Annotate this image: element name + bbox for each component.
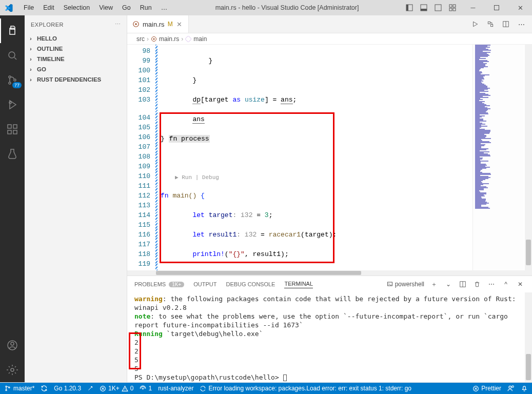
maximize-button[interactable] [485, 0, 508, 15]
status-feedback-icon[interactable] [507, 385, 515, 392]
explorer-activity-icon[interactable] [0, 18, 25, 43]
run-file-icon[interactable] [469, 18, 481, 30]
status-branch[interactable]: master* [4, 385, 34, 392]
svg-point-20 [11, 342, 14, 345]
svg-rect-6 [453, 5, 456, 7]
status-bar: master* Go 1.20.3 1K+ 0 1 rust-analyzer … [0, 383, 532, 394]
close-panel-icon[interactable]: ✕ [516, 280, 525, 289]
toggle-primary-sidebar-icon[interactable] [403, 1, 416, 14]
status-go-status-icon[interactable] [87, 385, 93, 391]
problems-badge: 1K+ [169, 282, 184, 287]
source-control-activity-icon[interactable]: 77 [0, 68, 25, 92]
svg-rect-16 [13, 125, 17, 128]
status-prettier[interactable]: Prettier [472, 385, 501, 392]
svg-rect-29 [185, 36, 191, 42]
scrollbar-thumb[interactable] [526, 354, 531, 380]
debug-activity-icon[interactable] [0, 92, 25, 117]
menu-run[interactable]: Run [136, 2, 156, 13]
status-notifications-icon[interactable] [521, 385, 528, 392]
svg-rect-15 [8, 125, 11, 128]
panel-tab-problems[interactable]: PROBLEMS1K+ [134, 281, 184, 287]
tab-close-icon[interactable]: ✕ [176, 21, 183, 28]
status-sync-icon[interactable] [41, 385, 48, 392]
horizontal-scrollbar[interactable] [127, 270, 532, 275]
split-editor-icon[interactable] [500, 18, 511, 30]
svg-rect-17 [8, 130, 11, 134]
section-rust-deps[interactable]: ›RUST DEPENDENCIES [25, 74, 127, 85]
tab-modified-badge: M [168, 21, 173, 28]
scrollbar-thumb[interactable] [526, 240, 531, 265]
status-port-forward[interactable]: 1 [140, 385, 152, 392]
svg-rect-30 [388, 282, 392, 286]
title-bar: File Edit Selection View Go Run … main.r… [0, 0, 532, 15]
terminal-prompt[interactable]: PS D:\mysetup\gopath\rustcode\hello> [134, 373, 525, 382]
svg-rect-25 [491, 25, 493, 27]
terminal-scrollbar[interactable] [525, 292, 532, 382]
panel-more-icon[interactable]: ⋯ [487, 280, 496, 289]
menu-view[interactable]: View [95, 2, 117, 13]
testing-activity-icon[interactable] [0, 142, 25, 166]
breadcrumb-src[interactable]: src [136, 35, 145, 43]
panel-tab-terminal[interactable]: TERMINAL [284, 281, 313, 288]
panel-tab-output[interactable]: OUTPUT [193, 281, 216, 287]
vertical-scrollbar[interactable] [525, 45, 532, 270]
kill-terminal-icon[interactable] [472, 280, 482, 289]
window-title: main.rs - hello - Visual Studio Code [Ad… [171, 4, 403, 11]
editor-area[interactable]: 98 99 100 101 102 103 104 105 106 107 10… [127, 45, 532, 270]
terminal-output: 2 [134, 338, 525, 347]
tab-filename: main.rs [143, 21, 165, 28]
section-timeline[interactable]: ›TIMELINE [25, 54, 127, 64]
minimize-button[interactable]: ─ [461, 0, 485, 15]
terminal-shell-label[interactable]: powershell [387, 281, 424, 288]
section-outline[interactable]: ›OUTLINE [25, 44, 127, 54]
panel-tab-debug[interactable]: DEBUG CONSOLE [226, 281, 275, 287]
sidebar-more-icon[interactable]: ⋯ [115, 21, 121, 28]
menu-file[interactable]: File [19, 2, 38, 13]
svg-point-32 [6, 386, 7, 387]
svg-point-10 [9, 52, 15, 58]
close-window-button[interactable]: ✕ [508, 0, 532, 15]
status-problems[interactable]: 1K+ 0 [100, 385, 133, 392]
status-rust-analyzer[interactable]: rust-analyzer [158, 385, 193, 392]
new-terminal-icon[interactable]: ＋ [429, 280, 439, 289]
terminal-dropdown-icon[interactable]: ⌄ [444, 280, 453, 289]
svg-rect-24 [488, 22, 490, 24]
toggle-panel-icon[interactable] [417, 1, 430, 14]
split-terminal-icon[interactable] [458, 280, 467, 289]
status-error-message[interactable]: Error loading workspace: packages.Load e… [200, 385, 411, 392]
menu-more[interactable]: … [157, 2, 172, 13]
chevron-right-icon: › [181, 35, 183, 43]
breadcrumbs[interactable]: src › main.rs › main [127, 33, 532, 45]
breadcrumb-file[interactable]: main.rs [159, 35, 179, 43]
minimap[interactable] [472, 45, 524, 270]
menu-bar: File Edit Selection View Go Run … [19, 2, 171, 13]
status-go-version[interactable]: Go 1.20.3 [54, 385, 81, 392]
panel-tabs: PROBLEMS1K+ OUTPUT DEBUG CONSOLE TERMINA… [127, 276, 532, 292]
breadcrumb-symbol[interactable]: main [193, 35, 207, 43]
scrollbar-thumb[interactable] [156, 271, 361, 275]
maximize-panel-icon[interactable]: ^ [501, 280, 510, 289]
toggle-secondary-sidebar-icon[interactable] [431, 1, 445, 14]
settings-activity-icon[interactable] [0, 358, 25, 382]
menu-edit[interactable]: Edit [39, 2, 58, 13]
svg-point-13 [14, 79, 16, 81]
svg-point-11 [9, 76, 11, 78]
debug-config-icon[interactable] [485, 18, 496, 30]
svg-point-14 [9, 102, 11, 104]
accounts-activity-icon[interactable] [0, 333, 25, 358]
svg-rect-18 [13, 130, 17, 134]
svg-point-28 [153, 38, 155, 40]
explorer-sidebar: EXPLORER ⋯ ›HELLO ›OUTLINE ›TIMELINE ›GO… [25, 15, 127, 382]
svg-rect-8 [453, 8, 456, 11]
terminal-content[interactable]: warning: the following packages contain … [127, 292, 532, 382]
editor-more-icon[interactable]: ⋯ [516, 18, 527, 30]
section-hello[interactable]: ›HELLO [25, 33, 127, 44]
extensions-activity-icon[interactable] [0, 117, 25, 142]
menu-selection[interactable]: Selection [60, 2, 94, 13]
section-go[interactable]: ›GO [25, 64, 127, 74]
rust-file-icon [132, 21, 140, 28]
menu-go[interactable]: Go [118, 2, 135, 13]
search-activity-icon[interactable] [0, 43, 25, 68]
tab-main-rs[interactable]: main.rs M ✕ [127, 15, 189, 33]
customize-layout-icon[interactable] [446, 1, 459, 14]
